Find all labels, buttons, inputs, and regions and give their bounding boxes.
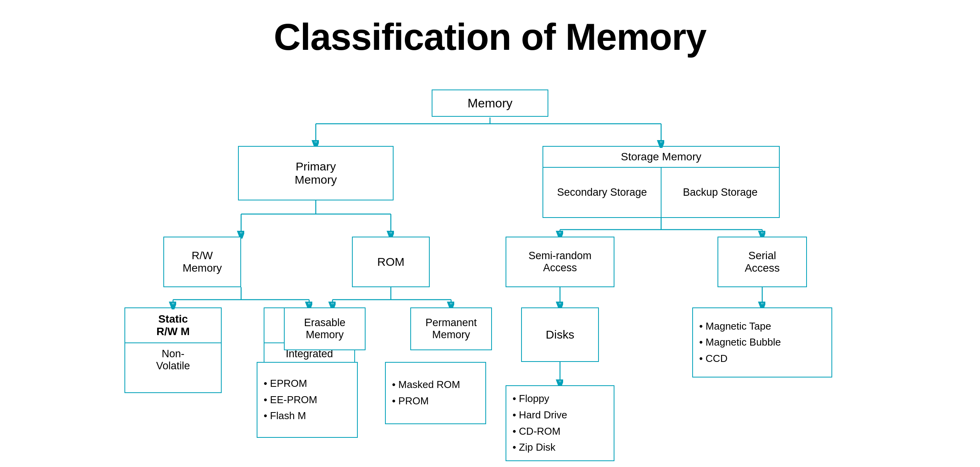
serial-access-node: Serial Access (718, 237, 807, 287)
erasable-item-1: • EPROM (264, 376, 307, 392)
semi-random-node: Semi-random Access (506, 237, 614, 287)
erasable-item-2: • EE-PROM (264, 392, 317, 408)
diagram: Memory Primary Memory Storage Memory Sec… (0, 66, 980, 467)
erasable-item-3: • Flash M (264, 408, 306, 424)
backup-storage-cell: Backup Storage (662, 168, 779, 217)
disks-item-2: • Hard Drive (513, 407, 567, 423)
static-rw-node: Static R/W M Non- Volatile (124, 307, 222, 393)
masked-rom-item-1: • Masked ROM (392, 377, 460, 393)
serial-list-node: • Magnetic Tape • Magnetic Bubble • CCD (692, 307, 832, 377)
disks-item-3: • CD-ROM (513, 423, 560, 440)
memory-node: Memory (432, 90, 548, 117)
erasable-list-node: • EPROM • EE-PROM • Flash M (257, 362, 358, 438)
rom-node: ROM (352, 237, 430, 287)
disks-node: Disks (521, 307, 599, 362)
storage-memory-label: Storage Memory (543, 147, 779, 168)
serial-item-3: • CCD (699, 351, 728, 367)
secondary-storage-cell: Secondary Storage (543, 168, 662, 217)
rw-memory-node: R/W Memory (163, 237, 241, 287)
storage-memory-node: Storage Memory Secondary Storage Backup … (542, 146, 780, 218)
serial-item-1: • Magnetic Tape (699, 318, 771, 335)
masked-rom-node: • Masked ROM • PROM (385, 362, 486, 424)
primary-memory-node: Primary Memory (238, 146, 394, 200)
page-title: Classification of Memory (0, 0, 980, 66)
erasable-memory-node: Erasable Memory (284, 307, 366, 350)
permanent-memory-node: Permanent Memory (410, 307, 492, 350)
disks-list-node: • Floppy • Hard Drive • CD-ROM • Zip Dis… (506, 385, 614, 461)
disks-item-1: • Floppy (513, 391, 549, 407)
disks-item-4: • Zip Disk (513, 439, 555, 456)
connector-lines (0, 66, 980, 467)
serial-item-2: • Magnetic Bubble (699, 334, 781, 351)
masked-rom-item-2: • PROM (392, 393, 429, 409)
